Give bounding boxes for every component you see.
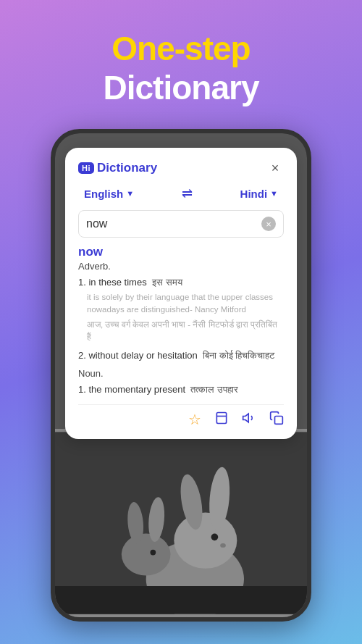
def-1-num: 1. [78,277,86,288]
svg-point-5 [211,534,219,541]
close-button[interactable]: × [266,159,284,177]
pos-noun: Noun. [78,368,284,379]
hi-badge: Hi [78,162,94,174]
svg-marker-14 [243,414,249,422]
def-2-text: without delay or hesitation [88,350,197,361]
noun-def-1-line: 1. the momentary present तत्काल उपहार [78,383,284,396]
search-input[interactable] [86,217,261,230]
dictionary-card: Hi Dictionary × English ▼ ⇌ Hindi ▼ [65,148,297,439]
svg-point-2 [174,513,237,569]
source-lang-arrow: ▼ [126,189,134,198]
hero-section: One-step Dictionary [104,29,259,107]
hero-line1: One-step [104,29,259,68]
svg-rect-15 [275,416,283,424]
def-2-line: 2. without delay or hesitation बिना कोई … [78,349,284,362]
word-title: now [78,245,284,259]
copy-icon[interactable] [269,411,284,429]
noun-definition-1: 1. the momentary present तत्काल उपहार [78,383,284,396]
phone-screen: Hi Dictionary × English ▼ ⇌ Hindi ▼ [55,133,307,617]
app-logo: Hi Dictionary [78,161,157,175]
language-selector: English ▼ ⇌ Hindi ▼ [78,185,284,201]
def-1-translation: इस समय [152,277,182,288]
svg-point-10 [150,550,156,556]
favorite-icon[interactable]: ☆ [188,411,201,429]
result-area: now Adverb. 1. in these times इस समय it … [78,245,284,429]
svg-rect-11 [55,586,307,614]
search-bar: × [78,210,284,238]
phone-background [55,429,307,617]
svg-point-6 [220,543,226,548]
target-language-button[interactable]: Hindi ▼ [240,188,278,200]
def-1-example-hi: आज, उच्च वर्ग केवल अपनी भाषा - नैंसी मिट… [87,319,284,344]
target-lang-arrow: ▼ [270,189,278,198]
svg-point-7 [122,534,171,576]
speaker-icon[interactable] [242,411,256,429]
pos-adverb: Adverb. [78,261,284,272]
svg-rect-12 [216,412,226,423]
noun-def-1-num: 1. [78,384,86,395]
bookmark-icon[interactable] [214,411,229,429]
action-bar: ☆ [78,404,284,429]
target-lang-label: Hindi [240,188,268,200]
definition-1: 1. in these times इस समय it is solely by… [78,276,284,343]
def-1-text: in these times [88,277,146,288]
def-1-example-en: it is solely by their language that the … [87,291,284,317]
app-name: Dictionary [97,161,157,175]
hero-line2: Dictionary [104,68,259,107]
source-language-button[interactable]: English ▼ [84,188,134,200]
noun-def-1-text: the momentary present [88,384,185,395]
def-2-translation: बिना कोई हिचकिचाहट [203,350,274,361]
clear-button[interactable]: × [261,217,276,231]
phone-mockup: Hi Dictionary × English ▼ ⇌ Hindi ▼ [51,129,311,622]
source-lang-label: English [84,188,123,200]
swap-languages-icon[interactable]: ⇌ [182,185,193,201]
def-1-line: 1. in these times इस समय [78,276,284,289]
def-2-num: 2. [78,350,86,361]
noun-def-1-translation: तत्काल उपहार [190,384,238,395]
card-header: Hi Dictionary × [78,159,284,177]
definition-2: 2. without delay or hesitation बिना कोई … [78,349,284,362]
